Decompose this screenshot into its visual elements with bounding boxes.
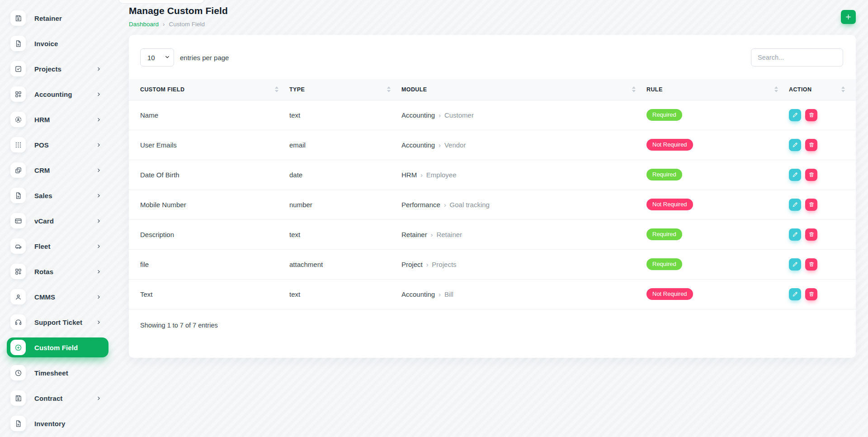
chevron-right-icon [96,269,101,274]
edit-button[interactable] [789,228,801,241]
row-actions [789,199,856,211]
trash-icon [808,231,815,238]
submodule-name: Customer [444,111,474,119]
sidebar-item-accounting[interactable]: Accounting [7,84,108,104]
sidebar-item-cmms[interactable]: CMMS [7,287,108,307]
chevron-right-icon: › [439,291,441,298]
chevron-right-icon: › [439,142,441,149]
pencil-icon [792,291,798,297]
chevron-right-icon [96,244,101,249]
user-scan-icon [10,112,26,127]
delete-button[interactable] [805,139,817,151]
chevron-right-icon: › [439,112,441,119]
row-actions [789,288,856,300]
sidebar-item-fleet[interactable]: Fleet [7,236,108,256]
rule-badge: Required [646,109,682,121]
chevron-right-icon [96,66,101,71]
sort-icon[interactable] [632,86,636,92]
table-body: NametextAccounting›CustomerRequiredUser … [129,100,856,309]
sidebar-item-invoice[interactable]: Invoice [7,33,108,53]
sidebar-item-timesheet[interactable]: Timesheet [7,363,108,383]
delete-button[interactable] [805,258,817,271]
edit-button[interactable] [789,258,801,271]
sort-icon[interactable] [841,86,845,92]
trash-icon [808,142,815,148]
chevron-right-icon [96,142,101,147]
rule-badge: Not Required [646,199,693,210]
sidebar-item-sales[interactable]: Sales [7,185,108,205]
entries-per-page-select[interactable]: 10 [140,48,174,66]
column-header-rule[interactable]: RULE [646,79,789,100]
chevron-right-icon [96,294,101,299]
delete-button[interactable] [805,169,817,181]
delete-button[interactable] [805,288,817,300]
edit-button[interactable] [789,169,801,181]
sidebar-item-projects[interactable]: Projects [7,59,108,79]
field-type: number [289,201,312,209]
sort-icon[interactable] [387,86,391,92]
sidebar-item-vcard[interactable]: vCard [7,211,108,231]
sidebar-item-hrm[interactable]: HRM [7,109,108,129]
sidebar-item-custom-field[interactable]: Custom Field [7,337,108,357]
table-row-text: TexttextAccounting›BillNot Required [129,279,856,309]
sidebar-item-contract[interactable]: Contract [7,388,108,408]
table-row-mobile-number: Mobile NumbernumberPerformance›Goal trac… [129,190,856,219]
edit-button[interactable] [789,199,801,211]
module-name: Retainer [401,231,427,238]
column-header-type[interactable]: TYPE [289,79,401,100]
submodule-name: Employee [426,171,457,179]
copy-squares-icon [10,162,26,178]
delete-button[interactable] [805,228,817,241]
trash-icon [808,291,815,297]
chevron-right-icon: › [426,261,429,268]
module-name: Accounting [401,111,435,119]
sidebar-item-inventory[interactable]: Inventory [7,413,108,433]
chevron-right-icon: › [431,231,433,238]
sidebar-item-crm[interactable]: CRM [7,160,108,180]
clock-icon [10,365,26,380]
edit-button[interactable] [789,109,801,121]
custom-field-name: Date Of Birth [140,171,179,179]
chevron-right-icon [96,117,101,122]
trash-icon [808,171,815,178]
delete-button[interactable] [805,199,817,211]
table-row-user-emails: User EmailsemailAccounting›VendorNot Req… [129,130,856,160]
sidebar-item-retainer[interactable]: Retainer [7,8,108,28]
custom-field-name: User Emails [140,141,177,149]
sidebar-item-support-ticket[interactable]: Support Ticket [7,312,108,332]
delete-button[interactable] [805,109,817,121]
row-actions [789,258,856,271]
table-row-date-of-birth: Date Of BirthdateHRM›EmployeeRequired [129,160,856,190]
pencil-icon [792,261,798,267]
sort-icon[interactable] [275,86,278,92]
column-header-action[interactable]: ACTION [789,79,856,100]
column-header-custom-field[interactable]: CUSTOM FIELD [129,79,289,100]
breadcrumb-separator-icon: › [163,21,165,28]
add-custom-field-button[interactable] [841,10,856,24]
edit-button[interactable] [789,288,801,300]
rule-badge: Required [646,169,682,180]
custom-field-name: Mobile Number [140,201,186,209]
topbar-remnant [118,0,204,4]
submodule-name: Bill [444,290,453,298]
breadcrumb-dashboard-link[interactable]: Dashboard [129,21,159,28]
chevron-right-icon [96,218,101,223]
search-input[interactable] [751,48,843,66]
module-name: Accounting [401,290,435,298]
row-actions [789,139,856,151]
grid-plus-icon [10,264,26,279]
chevron-right-icon [96,320,101,325]
edit-button[interactable] [789,139,801,151]
entries-summary: Showing 1 to 7 of 7 entries [129,309,856,358]
column-header-module[interactable]: MODULE [401,79,646,100]
trash-icon [808,201,815,208]
row-actions [789,109,856,121]
chevron-right-icon [96,168,101,173]
sort-icon[interactable] [774,86,778,92]
module-name: Accounting [401,141,435,149]
entries-per-page-label: entries per page [180,54,229,62]
chevron-right-icon: › [444,201,446,209]
sidebar-item-rotas[interactable]: Rotas [7,261,108,281]
sidebar-item-pos[interactable]: POS [7,135,108,155]
car-icon [10,238,26,254]
